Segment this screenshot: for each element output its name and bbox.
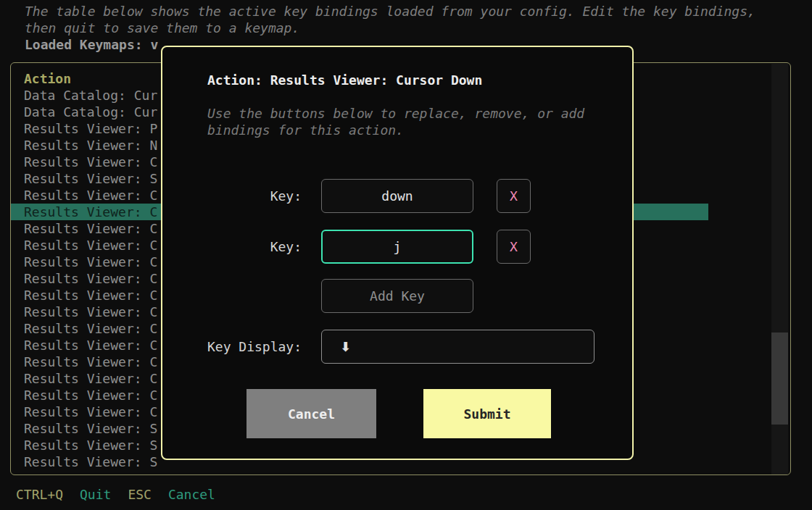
add-key-button[interactable]: Add Key [321,279,473,313]
footer-key-ctrlq[interactable]: CTRL+Q [16,486,63,503]
footer-key-esc[interactable]: ESC [128,486,152,503]
footer-action-cancel[interactable]: Cancel [168,486,215,503]
cancel-button[interactable]: Cancel [246,389,376,438]
submit-button[interactable]: Submit [423,389,551,438]
modal-title: Action: Results Viewer: Cursor Down [207,72,482,88]
key-input-1[interactable]: down [321,179,473,213]
remove-key-button-1[interactable]: X [497,179,531,213]
key-input-2[interactable]: j [321,230,473,264]
description-line-2: then quit to save them to a keymap. [25,20,755,36]
key-label-2: Key: [162,230,302,264]
modal-subtitle: Use the buttons below to replace, remove… [207,105,602,138]
remove-key-button-2[interactable]: X [497,230,531,264]
key-display-input[interactable]: ⬇ [321,330,594,364]
key-label-1: Key: [162,179,302,213]
footer-keybar: CTRL+Q Quit ESC Cancel [16,486,215,503]
footer-action-quit[interactable]: Quit [80,486,111,503]
scrollbar-thumb[interactable] [771,333,788,425]
key-display-label: Key Display: [162,330,302,364]
edit-binding-modal: Action: Results Viewer: Cursor Down Use … [161,46,634,460]
scrollbar-track[interactable] [771,64,788,475]
description-line-1: The table below shows the active key bin… [25,3,755,20]
